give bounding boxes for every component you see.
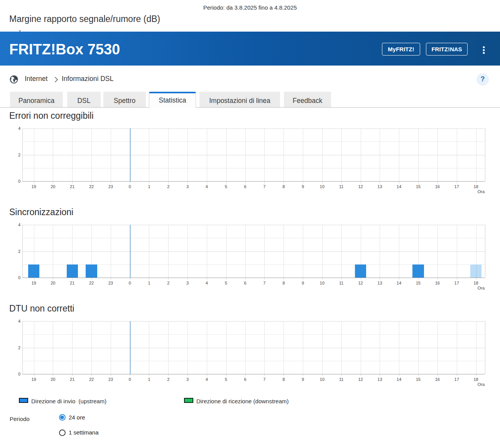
svg-text:8: 8 [282, 184, 285, 189]
svg-text:21: 21 [70, 184, 74, 189]
svg-text:20: 20 [51, 377, 55, 382]
svg-text:0: 0 [129, 281, 131, 285]
svg-text:0: 0 [129, 377, 131, 382]
svg-text:21: 21 [70, 281, 74, 285]
svg-text:2: 2 [167, 281, 169, 285]
svg-text:12: 12 [358, 184, 363, 189]
svg-text:0: 0 [18, 372, 20, 376]
svg-text:4: 4 [18, 222, 20, 227]
svg-text:23: 23 [108, 184, 113, 189]
svg-text:2: 2 [18, 345, 20, 350]
svg-text:13: 13 [377, 377, 382, 382]
svg-text:18: 18 [473, 281, 478, 285]
svg-text:4: 4 [206, 281, 208, 285]
svg-text:17: 17 [454, 281, 459, 285]
svg-text:5: 5 [225, 281, 227, 285]
svg-text:10: 10 [320, 377, 324, 382]
svg-text:19: 19 [31, 281, 36, 285]
svg-text:10: 10 [320, 184, 324, 189]
svg-text:14: 14 [397, 184, 401, 189]
svg-text:13: 13 [377, 281, 382, 285]
svg-text:8: 8 [282, 377, 285, 382]
svg-text:0: 0 [18, 179, 20, 184]
svg-text:9: 9 [302, 377, 304, 382]
svg-text:15: 15 [416, 281, 421, 285]
svg-text:2: 2 [167, 184, 169, 189]
svg-text:16: 16 [435, 184, 440, 189]
svg-text:Ora: Ora [478, 382, 485, 387]
svg-text:1: 1 [148, 281, 150, 285]
svg-text:23: 23 [108, 377, 113, 382]
svg-text:7: 7 [263, 281, 265, 285]
svg-text:20: 20 [51, 281, 55, 285]
svg-text:10: 10 [320, 281, 324, 285]
svg-text:11: 11 [339, 281, 343, 285]
svg-text:4: 4 [206, 377, 208, 382]
svg-text:9: 9 [302, 184, 304, 189]
svg-text:14: 14 [397, 377, 401, 382]
svg-text:13: 13 [377, 184, 382, 189]
svg-text:12: 12 [358, 281, 363, 285]
svg-text:18: 18 [473, 377, 478, 382]
svg-text:5: 5 [225, 184, 227, 189]
svg-text:11: 11 [339, 377, 343, 382]
svg-text:7: 7 [263, 377, 265, 382]
svg-text:2: 2 [18, 249, 20, 254]
svg-text:11: 11 [339, 184, 343, 189]
svg-text:7: 7 [263, 184, 265, 189]
svg-text:21: 21 [70, 377, 74, 382]
svg-text:6: 6 [244, 184, 247, 189]
svg-text:15: 15 [416, 184, 421, 189]
svg-text:19: 19 [31, 377, 36, 382]
svg-text:17: 17 [454, 184, 459, 189]
svg-text:19: 19 [31, 184, 36, 189]
svg-text:14: 14 [397, 281, 401, 285]
svg-text:16: 16 [435, 377, 440, 382]
svg-text:0: 0 [129, 184, 131, 189]
svg-text:18: 18 [473, 184, 478, 189]
svg-text:8: 8 [282, 281, 285, 285]
svg-text:20: 20 [51, 184, 55, 189]
svg-text:22: 22 [89, 281, 94, 285]
svg-text:5: 5 [225, 377, 227, 382]
svg-text:4: 4 [18, 126, 20, 131]
svg-text:2: 2 [18, 153, 20, 157]
svg-text:12: 12 [358, 377, 363, 382]
svg-text:4: 4 [18, 319, 20, 323]
svg-text:6: 6 [244, 377, 247, 382]
svg-text:22: 22 [89, 184, 94, 189]
svg-text:1: 1 [148, 184, 150, 189]
svg-text:Ora: Ora [478, 286, 485, 290]
svg-text:3: 3 [186, 377, 189, 382]
svg-text:6: 6 [244, 281, 247, 285]
svg-text:17: 17 [454, 377, 459, 382]
svg-text:16: 16 [435, 281, 440, 285]
svg-text:0: 0 [18, 275, 20, 280]
svg-text:1: 1 [148, 377, 150, 382]
svg-text:22: 22 [89, 377, 94, 382]
svg-text:Ora: Ora [478, 189, 485, 194]
svg-text:3: 3 [186, 281, 189, 285]
svg-text:15: 15 [416, 377, 421, 382]
svg-text:4: 4 [206, 184, 208, 189]
svg-text:9: 9 [302, 281, 304, 285]
svg-text:2: 2 [167, 377, 169, 382]
svg-text:23: 23 [108, 281, 113, 285]
svg-text:3: 3 [186, 184, 189, 189]
